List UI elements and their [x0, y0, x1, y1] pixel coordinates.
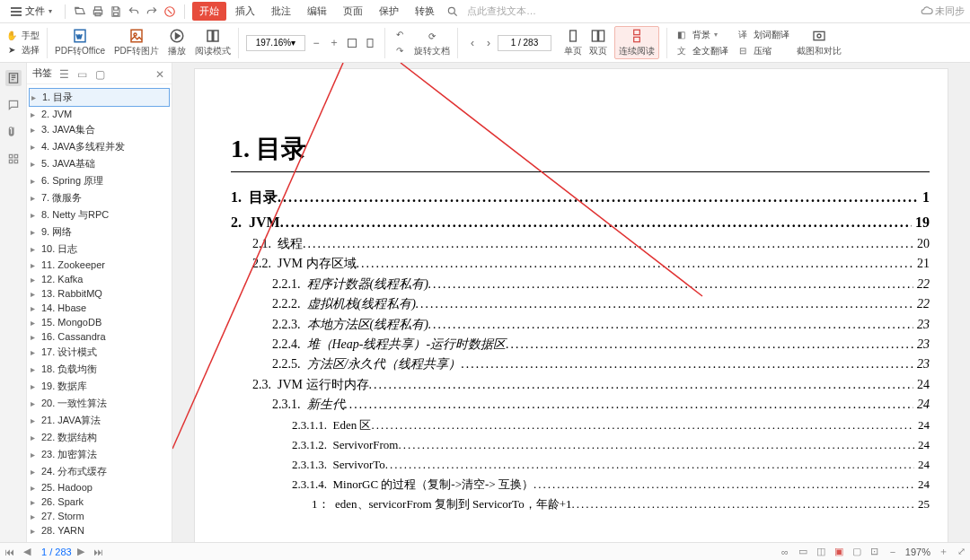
expand-icon[interactable]: ▸	[31, 416, 38, 425]
bookmark-item[interactable]: ▸24. 分布式缓存	[29, 463, 170, 480]
expand-icon[interactable]: ▸	[31, 227, 38, 237]
toc-row[interactable]: 2. JVM..................................…	[231, 211, 930, 234]
bookmark-item[interactable]: ▸23. 加密算法	[29, 446, 170, 463]
rotate-doc-button[interactable]: ⟳ 旋转文档	[414, 28, 450, 57]
expand-icon[interactable]: ▸	[31, 260, 38, 270]
bookmark-item[interactable]: ▸6. Spring 原理	[29, 172, 170, 189]
expand-icon[interactable]: ▸	[31, 398, 38, 408]
bookmark-item[interactable]: ▸13. RabbitMQ	[29, 286, 170, 301]
toc-row[interactable]: 2.3.1.2. ServivorFrom...................…	[231, 435, 930, 455]
redo-icon[interactable]	[145, 4, 159, 19]
toc-row[interactable]: 2.2.1. 程序计数器(线程私有)......................…	[231, 275, 930, 294]
bookmark-item[interactable]: ▸20. 一致性算法	[29, 395, 170, 412]
toc-row[interactable]: 2.3.1. 新生代..............................…	[231, 395, 930, 415]
thumbnails-icon[interactable]	[5, 151, 22, 167]
expand-icon[interactable]: ▸	[31, 109, 38, 119]
layout1-icon[interactable]: ▭	[796, 545, 810, 559]
search-icon[interactable]	[445, 4, 460, 19]
expand-icon[interactable]: ▸	[31, 332, 38, 342]
search-placeholder[interactable]: 点此查找文本…	[467, 4, 536, 18]
expand-icon[interactable]: ▸	[31, 347, 38, 357]
bookmark-item[interactable]: ▸26. Spark	[29, 494, 170, 509]
expand-icon[interactable]: ▸	[31, 433, 38, 442]
bookmark-item[interactable]: ▸18. 负载均衡	[29, 361, 170, 378]
menu-tab[interactable]: 保护	[372, 2, 406, 21]
bookmark-item[interactable]: ▸3. JAVA集合	[29, 121, 170, 138]
expand-icon[interactable]: ▸	[31, 193, 38, 203]
prev-page-icon[interactable]: ‹	[465, 36, 480, 50]
ribbon-button[interactable]: 播放	[168, 28, 186, 57]
expand-icon[interactable]: ▸	[31, 497, 38, 507]
bookmark-item[interactable]: ▸5. JAVA基础	[29, 155, 170, 172]
bookmark-item[interactable]: ▸4. JAVA多线程并发	[29, 138, 170, 155]
fit-width-icon[interactable]	[345, 36, 359, 50]
last-page-icon[interactable]: ⏭	[92, 545, 106, 559]
zoom-out-icon[interactable]: −	[309, 36, 323, 50]
undo-icon[interactable]	[127, 4, 141, 19]
bookmarks-icon[interactable]	[5, 70, 22, 86]
expand-icon[interactable]: ▸	[31, 467, 38, 477]
layout2-icon[interactable]: ◫	[814, 545, 828, 559]
expand-icon[interactable]: ▸	[31, 526, 38, 536]
zoom-in-icon[interactable]: ＋	[936, 545, 950, 559]
rotate-right[interactable]: ↷	[392, 44, 407, 58]
toc-row[interactable]: 2.1. 线程.................................…	[231, 234, 930, 254]
toc-row[interactable]: 2.2.5. 方法区/永久代（线程共享）....................…	[231, 354, 930, 374]
stop-icon[interactable]	[163, 4, 177, 19]
toc-row[interactable]: 1： eden、servicorFrom 复制到 ServicorTo，年龄+1…	[231, 494, 930, 514]
toc-row[interactable]: 2.3. JVM 运行时内存..........................…	[231, 375, 930, 395]
bookmark-item[interactable]: ▸21. JAVA算法	[29, 412, 170, 429]
rotate-left[interactable]: ↶	[392, 28, 407, 42]
first-page-icon[interactable]: ⏮	[2, 545, 16, 559]
zoom-out-icon[interactable]: −	[886, 545, 900, 559]
bookmark-item[interactable]: ▸11. Zookeeper	[29, 258, 170, 272]
menu-tab[interactable]: 页面	[336, 2, 370, 21]
expand-icon[interactable]: ▸	[31, 142, 38, 152]
file-menu[interactable]: 文件 ▾	[5, 3, 57, 20]
expand-icon[interactable]: ▸	[31, 275, 38, 284]
toc-row[interactable]: 2.2.3. 本地方法区(线程私有)......................…	[231, 315, 930, 335]
zoom-in-icon[interactable]: ＋	[327, 36, 341, 50]
toc-row[interactable]: 2.2.4. 堆（Heap-线程共享）-运行时数据区..............…	[231, 335, 930, 354]
expand-icon[interactable]: ▸	[31, 176, 38, 186]
bookmark-item[interactable]: ▸15. MongoDB	[29, 315, 170, 329]
fullscreen-icon[interactable]: ⤢	[954, 545, 968, 559]
bookmark-item[interactable]: ▸14. Hbase	[29, 301, 170, 315]
bookmark-item[interactable]: ▸7. 微服务	[29, 189, 170, 206]
toc-row[interactable]: 1. 目录...................................…	[231, 185, 930, 211]
add-bookmark-icon[interactable]: ▢	[95, 68, 106, 79]
prev-page-icon[interactable]: ◀	[20, 545, 34, 559]
toc-row[interactable]: 2.2. JVM 内存区域...........................…	[231, 254, 930, 274]
expand-icon[interactable]: ▸	[31, 92, 39, 102]
menu-tab[interactable]: 编辑	[300, 2, 334, 21]
bookmark-item[interactable]: ▸19. 数据库	[29, 378, 170, 395]
zoom-input[interactable]: 197.16% ▾	[246, 35, 305, 51]
menu-tab[interactable]: 批注	[264, 2, 298, 21]
layout3-icon[interactable]: ▣	[832, 545, 846, 559]
toc-row[interactable]: 2.2.2. 虚拟机栈(线程私有).......................…	[231, 294, 930, 314]
fit-icon[interactable]: ⊡	[868, 545, 882, 559]
fit-page-icon[interactable]	[363, 36, 377, 50]
background-button[interactable]: ◧背景▾	[675, 28, 728, 42]
document-area[interactable]: 1. 目录 1. 目录.............................…	[172, 63, 970, 542]
print-icon[interactable]	[91, 4, 105, 19]
hand-tool[interactable]: ✋手型	[5, 30, 40, 42]
layout4-icon[interactable]: ▢	[850, 545, 864, 559]
bookmark-item[interactable]: ▸8. Netty 与RPC	[29, 206, 170, 223]
single-page-button[interactable]: 单页	[564, 28, 582, 57]
screenshot-button[interactable]: 截图和对比	[797, 28, 842, 57]
bookmark-item[interactable]: ▸25. Hadoop	[29, 480, 170, 494]
menu-tab[interactable]: 转换	[408, 2, 442, 21]
expand-icon[interactable]: ▸	[31, 125, 38, 135]
expand-icon[interactable]: ▸	[31, 483, 38, 493]
ribbon-button[interactable]: 阅读模式	[195, 28, 231, 57]
bookmark-item[interactable]: ▸2. JVM	[29, 107, 170, 121]
expand-icon[interactable]: ▸	[31, 450, 38, 459]
expand-all-icon[interactable]: ☰	[59, 68, 70, 79]
select-tool[interactable]: ➤选择	[5, 44, 40, 57]
toc-row[interactable]: 2.3.1.1. Eden 区.........................…	[231, 416, 930, 435]
comments-icon[interactable]	[5, 97, 22, 113]
expand-icon[interactable]: ▸	[31, 159, 38, 169]
status-zoom[interactable]: 197%	[902, 547, 934, 557]
expand-icon[interactable]: ▸	[31, 289, 38, 299]
